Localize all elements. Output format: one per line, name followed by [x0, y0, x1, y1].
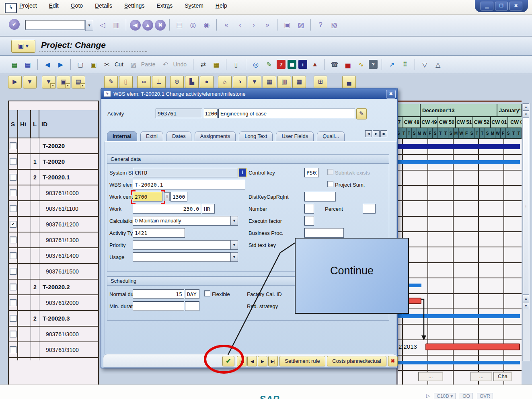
help-icon[interactable]: ?: [314, 19, 327, 31]
filter-icon[interactable]: ▼▾: [42, 76, 55, 88]
checkbox[interactable]: [10, 205, 16, 212]
checkbox[interactable]: [10, 299, 16, 306]
chevron-down-icon[interactable]: ▾: [50, 83, 55, 88]
menu-item-settings[interactable]: Settings: [124, 2, 145, 9]
gantt-vertical-scrollbar[interactable]: ▲▼⋮▲▼: [522, 103, 530, 361]
next-button[interactable]: ▶: [258, 356, 267, 366]
tab-internal[interactable]: Internal: [107, 131, 137, 142]
tabs-scroll-right-button[interactable]: ▶: [373, 130, 380, 137]
cut-icon[interactable]: ✂: [101, 59, 113, 70]
activity-number-field[interactable]: [156, 109, 202, 118]
first-page-icon[interactable]: «: [220, 19, 232, 31]
flexible-checkbox[interactable]: [204, 290, 210, 296]
expand-icon[interactable]: ▶: [8, 76, 22, 88]
normal-duration-field[interactable]: [133, 289, 184, 299]
copy-value-icon[interactable]: ▯: [164, 192, 170, 201]
table-row[interactable]: 903761/1000: [9, 185, 98, 201]
simulation-hat-icon[interactable]: ▲: [309, 59, 320, 70]
previous-button[interactable]: ◀: [247, 356, 257, 366]
forward-arrow-icon[interactable]: ▶: [55, 59, 66, 70]
column-header-id[interactable]: ID: [39, 110, 98, 138]
checkbox[interactable]: [10, 268, 16, 275]
table-row[interactable]: 903761/1100: [9, 201, 98, 217]
long-text-edit-icon[interactable]: ✎: [356, 108, 367, 119]
last-button[interactable]: ▶|: [268, 356, 278, 366]
table-row[interactable]: 903761/1400: [9, 248, 98, 264]
title-menu-button[interactable]: ▣ ▾: [11, 40, 35, 53]
scroll-down-icon[interactable]: ▼: [523, 302, 529, 309]
first-button[interactable]: |◀: [237, 356, 246, 366]
checkbox[interactable]: [10, 142, 16, 149]
scroll-thumb[interactable]: ⋮: [523, 118, 529, 295]
table-view-icon[interactable]: ▦: [292, 76, 306, 88]
usage-select[interactable]: [133, 252, 238, 262]
table-row[interactable]: T-20020: [9, 138, 98, 154]
exit-circle-icon[interactable]: ▲: [142, 20, 153, 31]
table-row[interactable]: 903761/3000: [9, 327, 98, 342]
chevron-down-icon[interactable]: ▾: [80, 83, 85, 88]
gantt-bar-wbs1[interactable]: [398, 160, 520, 164]
column-header-l[interactable]: L: [31, 110, 39, 138]
dialog-close-icon[interactable]: ✖: [386, 90, 396, 99]
menu-item-system[interactable]: System: [185, 2, 203, 9]
save-view-icon[interactable]: ▼: [248, 76, 261, 88]
edit-mask-icon[interactable]: ✎: [104, 76, 118, 88]
scroll-up-icon[interactable]: ▲: [523, 103, 529, 111]
table-row[interactable]: 2T-20020.2: [9, 280, 98, 295]
capacity-phone-icon[interactable]: ☎: [329, 59, 340, 70]
dates-calendar-icon[interactable]: 7: [277, 60, 286, 69]
plant-field[interactable]: [170, 192, 187, 202]
clock-icon[interactable]: ◑: [233, 76, 246, 88]
work-unit-field[interactable]: [202, 204, 215, 214]
checkbox[interactable]: [10, 252, 16, 259]
gantt-bar-wbs4[interactable]: [398, 361, 520, 364]
enter-icon[interactable]: ✔: [9, 19, 20, 30]
system-status-field[interactable]: [133, 168, 238, 177]
copy-document-icon[interactable]: ▣: [88, 59, 99, 70]
table-row[interactable]: 903761/3100: [9, 342, 98, 358]
checkbox[interactable]: [10, 189, 16, 196]
worklist-icon[interactable]: ▤: [9, 59, 20, 70]
checkbox[interactable]: [10, 237, 16, 243]
print-icon[interactable]: ▤▾: [72, 76, 85, 88]
checkbox[interactable]: [10, 346, 16, 353]
new-session-icon[interactable]: ▣: [281, 19, 293, 31]
paste-icon[interactable]: ▨: [128, 59, 139, 70]
checkbox[interactable]: [10, 158, 16, 165]
table-row[interactable]: 2T-20020.1: [9, 170, 98, 185]
normal-duration-unit-field[interactable]: [185, 289, 199, 299]
gantt-bar-activity-3100[interactable]: [425, 343, 520, 350]
graph-icon[interactable]: ↗: [386, 59, 397, 70]
layout-menu-icon[interactable]: ▧: [328, 19, 340, 31]
gantt-bar-wbs3[interactable]: [398, 314, 520, 318]
table-row[interactable]: 903761/2000: [9, 295, 98, 311]
checkbox[interactable]: [10, 284, 16, 290]
question-services-icon[interactable]: ?: [369, 60, 378, 69]
dialog-titlebar[interactable]: ↳ WBS elem: T-20020.1 Change activity/el…: [101, 88, 397, 99]
filter-down-icon[interactable]: ▽: [419, 59, 430, 70]
distkey-field[interactable]: [304, 192, 336, 202]
tab-extnl[interactable]: Extnl: [140, 131, 163, 142]
menu-item-project[interactable]: Project: [19, 2, 37, 9]
last-page-icon[interactable]: »: [261, 19, 273, 31]
ribbon-icon[interactable]: ∿: [355, 59, 367, 70]
activity-type-field[interactable]: [133, 228, 185, 238]
priority-select[interactable]: [133, 240, 238, 250]
check-pencil-icon[interactable]: ✎: [263, 59, 275, 70]
table-row[interactable]: 1T-20020: [9, 154, 98, 170]
minimize-button[interactable]: ▁: [481, 2, 493, 10]
find-object-icon[interactable]: ◎: [250, 59, 261, 70]
table-row[interactable]: 2T-20020.3: [9, 311, 98, 327]
checkbox-checked[interactable]: ✔: [10, 221, 16, 228]
wbs-element-field[interactable]: [133, 180, 245, 189]
undo-icon[interactable]: ↶: [160, 59, 171, 70]
find-icon[interactable]: ◎: [187, 19, 199, 31]
business-proc-field[interactable]: [304, 228, 344, 238]
stamp-icon[interactable]: ▄: [342, 76, 356, 88]
loop-icon[interactable]: ⇄: [197, 59, 209, 70]
zoom-in-icon[interactable]: ⊕: [170, 76, 184, 88]
menu-item-edit[interactable]: Edit: [49, 2, 59, 9]
cancel-button[interactable]: ✖: [388, 356, 398, 366]
window-menu-icon[interactable]: ↳: [5, 3, 17, 13]
number-field[interactable]: [304, 204, 314, 214]
